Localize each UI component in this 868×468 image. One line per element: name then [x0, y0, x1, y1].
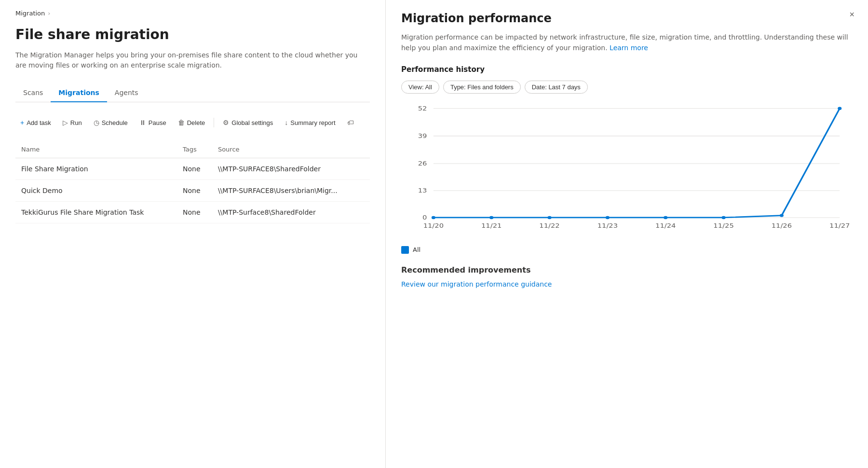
run-button[interactable]: ▷ Run — [58, 116, 87, 129]
toolbar-separator — [214, 118, 214, 127]
panel-title: Migration performance — [401, 12, 853, 25]
svg-point-18 — [432, 216, 435, 219]
svg-text:11/23: 11/23 — [597, 223, 618, 229]
svg-text:11/20: 11/20 — [423, 223, 444, 229]
filter-type[interactable]: Type: Files and folders — [443, 81, 521, 94]
cell-name: TekkiGurus File Share Migration Task — [15, 202, 177, 223]
pause-icon: ⏸ — [139, 119, 146, 126]
panel-description: Migration performance can be impacted by… — [401, 32, 853, 54]
legend-color-box — [401, 246, 409, 254]
col-header-source: Source — [212, 141, 370, 158]
cell-source: \\MTP-Surface8\SharedFolder — [212, 202, 370, 223]
right-panel: × Migration performance Migration perfor… — [386, 0, 868, 468]
svg-text:26: 26 — [418, 160, 427, 166]
left-panel: Migration › File share migration The Mig… — [0, 0, 386, 468]
recommendations-link[interactable]: Review our migration performance guidanc… — [401, 280, 552, 288]
clock-icon: ◷ — [94, 119, 99, 126]
legend-label: All — [413, 246, 420, 253]
summary-report-button[interactable]: ↓ Summary report — [280, 116, 340, 129]
cell-source: \\MTP-SURFACE8\Users\brian\Migr... — [212, 180, 370, 202]
cell-source: \\MTP-SURFACE8\SharedFolder — [212, 158, 370, 180]
gear-icon: ⚙ — [223, 119, 229, 126]
svg-text:0: 0 — [422, 214, 427, 220]
close-button[interactable]: × — [845, 8, 858, 22]
svg-point-24 — [780, 214, 784, 217]
cell-name: Quick Demo — [15, 180, 177, 202]
svg-point-25 — [838, 107, 841, 110]
learn-more-link[interactable]: Learn more — [610, 44, 648, 52]
filter-date[interactable]: Date: Last 7 days — [525, 81, 588, 94]
global-settings-button[interactable]: ⚙ Global settings — [218, 116, 278, 129]
plus-icon: + — [20, 119, 24, 126]
chart-legend: All — [401, 246, 853, 254]
trash-icon: 🗑 — [178, 119, 185, 126]
svg-point-20 — [548, 216, 552, 219]
cell-tags: None — [177, 202, 212, 223]
table-row[interactable]: TekkiGurus File Share Migration Task Non… — [15, 202, 370, 223]
migrations-table: Name Tags Source File Share Migration No… — [15, 141, 370, 223]
svg-text:39: 39 — [418, 133, 427, 139]
svg-text:11/27: 11/27 — [829, 223, 850, 229]
add-task-button[interactable]: + Add task — [15, 116, 56, 129]
breadcrumb-chevron: › — [48, 10, 50, 17]
download-icon: ↓ — [285, 119, 288, 126]
svg-text:11/24: 11/24 — [655, 223, 676, 229]
schedule-button[interactable]: ◷ Schedule — [89, 116, 133, 129]
delete-button[interactable]: 🗑 Delete — [173, 116, 210, 129]
svg-point-19 — [489, 216, 493, 219]
performance-history-title: Performance history — [401, 65, 853, 74]
more-options-button[interactable]: 🏷 — [342, 116, 359, 129]
svg-text:11/22: 11/22 — [539, 223, 559, 229]
filter-pills: View: All Type: Files and folders Date: … — [401, 81, 853, 94]
tab-migrations[interactable]: Migrations — [51, 84, 107, 102]
run-icon: ▷ — [63, 119, 68, 126]
svg-text:11/25: 11/25 — [713, 223, 733, 229]
table-row[interactable]: File Share Migration None \\MTP-SURFACE8… — [15, 158, 370, 180]
svg-point-22 — [664, 216, 667, 219]
recommendations-title: Recommended improvements — [401, 265, 853, 275]
breadcrumb-parent[interactable]: Migration — [15, 10, 45, 17]
cell-tags: None — [177, 180, 212, 202]
cell-name: File Share Migration — [15, 158, 177, 180]
svg-text:11/21: 11/21 — [481, 223, 502, 229]
svg-text:13: 13 — [418, 187, 427, 193]
page-description: The Migration Manager helps you bring yo… — [15, 50, 370, 70]
toolbar: + Add task ▷ Run ◷ Schedule ⏸ Pause 🗑 De… — [15, 112, 370, 133]
svg-point-23 — [722, 216, 726, 219]
col-header-tags: Tags — [177, 141, 212, 158]
tag-icon: 🏷 — [347, 119, 354, 126]
svg-text:52: 52 — [418, 105, 427, 111]
breadcrumb: Migration › — [15, 10, 370, 17]
page-title: File share migration — [15, 27, 370, 42]
svg-point-21 — [606, 216, 610, 219]
tab-scans[interactable]: Scans — [15, 84, 51, 102]
col-header-name: Name — [15, 141, 177, 158]
tab-agents[interactable]: Agents — [107, 84, 146, 102]
performance-chart: 52 39 26 13 0 11/20 11/21 11/22 11/23 11… — [401, 103, 853, 238]
tabs-container: Scans Migrations Agents — [15, 84, 370, 102]
table-row[interactable]: Quick Demo None \\MTP-SURFACE8\Users\bri… — [15, 180, 370, 202]
pause-button[interactable]: ⏸ Pause — [135, 116, 171, 129]
cell-tags: None — [177, 158, 212, 180]
filter-view[interactable]: View: All — [401, 81, 439, 94]
svg-text:11/26: 11/26 — [772, 223, 792, 229]
